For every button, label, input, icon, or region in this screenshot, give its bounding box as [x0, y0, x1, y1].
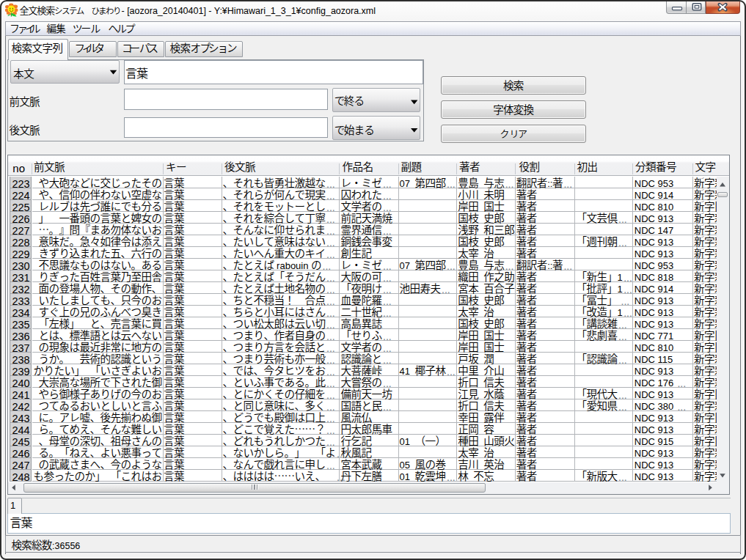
svg-text:240: 240 [12, 377, 29, 389]
svg-text:229: 229 [12, 248, 29, 260]
svg-text:NDC 818: NDC 818 [635, 272, 673, 283]
svg-text:NDC 380: NDC 380 [635, 401, 673, 412]
svg-text:...: ... [337, 448, 345, 460]
svg-text:NDC 913: NDC 913 [635, 448, 673, 459]
svg-text:「文芸倶: 「文芸倶 [577, 210, 618, 225]
svg-text:::: :: [547, 260, 552, 271]
svg-text:...: ... [621, 295, 630, 307]
svg-text:...: ... [326, 342, 335, 354]
svg-text:...: ... [383, 225, 392, 237]
svg-text:「新版大: 「新版大 [577, 468, 618, 483]
svg-text:検索総数: 検索総数 [11, 537, 52, 552]
svg-text:...: ... [326, 413, 335, 424]
svg-text:05: 05 [400, 460, 410, 471]
svg-text:NDC 810: NDC 810 [635, 202, 673, 213]
svg-text:232: 232 [12, 284, 29, 295]
svg-text:238: 238 [12, 354, 29, 366]
svg-text:...: ... [383, 272, 392, 284]
svg-text:乾雲坤: 乾雲坤 [415, 468, 447, 483]
svg-text:著者: 著者 [516, 468, 538, 483]
svg-text:...: ... [326, 401, 335, 413]
svg-text:223: 223 [12, 178, 29, 190]
svg-text:NDC 953: NDC 953 [635, 260, 673, 271]
svg-text:...: ... [326, 225, 335, 237]
svg-text:247: 247 [12, 460, 29, 471]
svg-text:...: ... [326, 389, 335, 401]
svg-text:言葉: 言葉 [125, 64, 148, 81]
svg-text:NDC 913: NDC 913 [635, 413, 673, 424]
svg-text:...: ... [624, 284, 632, 295]
svg-text:237: 237 [12, 342, 29, 354]
svg-text:NDC 953: NDC 953 [635, 178, 673, 189]
svg-text:246: 246 [12, 448, 29, 460]
svg-text:...: ... [326, 354, 335, 366]
svg-text:NDC 913: NDC 913 [635, 307, 673, 318]
svg-text:233: 233 [12, 295, 29, 307]
svg-text:1: 1 [618, 284, 623, 295]
svg-text:242: 242 [12, 401, 29, 413]
svg-text:1: 1 [10, 500, 15, 511]
svg-text:NDC 913: NDC 913 [635, 319, 673, 330]
svg-text:NDC 147: NDC 147 [635, 225, 673, 236]
svg-text:NDC 115: NDC 115 [635, 354, 673, 365]
svg-text:244: 244 [12, 424, 29, 436]
svg-text:編集: 編集 [47, 21, 67, 35]
svg-text:...: ... [326, 366, 335, 377]
svg-text::36556: :36556 [52, 541, 80, 551]
svg-text:ヘルプ: ヘルプ [108, 21, 135, 35]
svg-text:...: ... [326, 319, 335, 331]
svg-text:も参ったのか」「これはお: も参ったのか」「これはお [33, 468, 162, 483]
svg-text:著者: 著者 [459, 158, 480, 174]
svg-text:226: 226 [12, 213, 29, 225]
svg-text:1: 1 [618, 307, 623, 318]
svg-text:林不忘: 林不忘 [458, 468, 494, 483]
svg-text:第四部: 第四部 [415, 257, 447, 272]
svg-text:NDC 913: NDC 913 [635, 424, 673, 435]
svg-text:クリア: クリア [500, 126, 528, 140]
svg-text:新字新: 新字新 [694, 468, 725, 483]
svg-text:231: 231 [12, 272, 29, 284]
svg-text:...: ... [383, 377, 392, 389]
svg-text:...: ... [326, 202, 335, 213]
svg-text:言葉: 言葉 [164, 468, 185, 483]
svg-text:検索文字列: 検索文字列 [12, 40, 64, 55]
svg-text:ファイル: ファイル [10, 21, 41, 35]
svg-text:...: ... [326, 190, 335, 202]
svg-text:...: ... [447, 260, 456, 272]
svg-text:245: 245 [12, 436, 29, 448]
svg-text:07: 07 [400, 178, 410, 189]
svg-text:...: ... [618, 389, 627, 401]
svg-text:検索: 検索 [503, 77, 524, 92]
svg-text:...: ... [326, 213, 335, 225]
svg-text:で始まる: で始まる [334, 122, 375, 137]
svg-text:...: ... [383, 178, 392, 190]
svg-text:「週刊朝: 「週刊朝 [577, 233, 618, 248]
svg-text:で終る: で終る [334, 92, 365, 108]
svg-text:...: ... [326, 307, 335, 319]
svg-text:230: 230 [12, 260, 29, 272]
svg-text:副題: 副題 [401, 158, 423, 174]
svg-text:...: ... [563, 260, 572, 272]
svg-text:全文検索: 全文検索 [20, 3, 56, 17]
svg-text:NDC 771: NDC 771 [635, 331, 673, 342]
svg-text:NDC 913: NDC 913 [635, 389, 673, 400]
svg-text:...: ... [326, 436, 335, 448]
svg-text:言葉: 言葉 [10, 513, 33, 531]
svg-text:...: ... [323, 260, 332, 272]
svg-text:役割: 役割 [519, 158, 541, 174]
svg-text:第四部: 第四部 [415, 174, 447, 190]
svg-text:NDC 914: NDC 914 [635, 284, 673, 295]
svg-text:オプション: オプション [191, 40, 238, 55]
svg-text:...: ... [326, 460, 335, 471]
svg-text:...: ... [326, 178, 335, 190]
svg-text:作品名: 作品名 [343, 158, 374, 174]
svg-text:NDC 176: NDC 176 [635, 377, 673, 388]
svg-text:椰子林: 椰子林 [415, 362, 447, 377]
svg-text:235: 235 [12, 319, 29, 331]
svg-text:227: 227 [12, 225, 29, 237]
svg-text:...: ... [326, 424, 335, 436]
svg-text:...: ... [447, 471, 456, 483]
svg-text:...: ... [618, 354, 627, 366]
svg-text:...: ... [563, 178, 572, 190]
svg-text:01: 01 [400, 471, 410, 482]
